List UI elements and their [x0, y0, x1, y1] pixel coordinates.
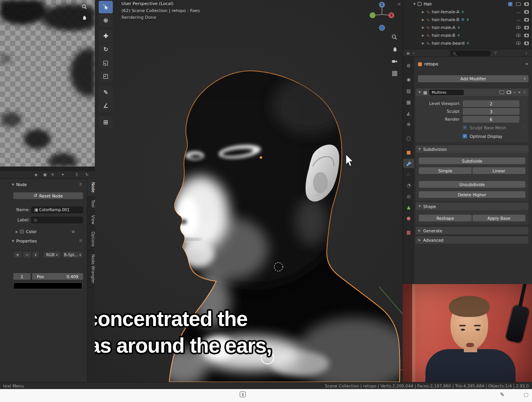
texture-preview-backdrop[interactable]: <: [0, 0, 95, 167]
eye-open-icon[interactable]: [516, 42, 521, 45]
color-mode-dropdown[interactable]: RGB ∨: [43, 251, 61, 258]
search-field[interactable]: [450, 51, 491, 56]
camera-view-button[interactable]: [389, 56, 400, 66]
list-icon[interactable]: ≡: [71, 229, 75, 234]
edit-mode-display-toggle[interactable]: [499, 91, 504, 94]
measure-tool-button[interactable]: ∠: [99, 100, 113, 112]
animate-dot-icon[interactable]: ·: [524, 101, 525, 105]
sidebar-tab-view[interactable]: View: [87, 212, 95, 228]
animate-dot-icon[interactable]: ·: [524, 117, 525, 121]
outliner-row-hair-male-beard[interactable]: ▶ ∿ hair-male-beard ⋔: [403, 39, 532, 47]
gizmo-minus-z-ball[interactable]: [379, 25, 385, 31]
render-visibility-icon[interactable]: [524, 2, 529, 6]
texture-zoom-button[interactable]: [79, 2, 89, 12]
pin-icon[interactable]: ✦: [525, 62, 528, 66]
transform-tool-button[interactable]: ◰: [99, 70, 113, 82]
modifier-name-field[interactable]: Multires: [429, 90, 464, 95]
caret-right-icon[interactable]: ▶: [418, 229, 421, 232]
remove-stop-button[interactable]: −: [23, 251, 31, 258]
panel-drag-dots-icon[interactable]: ⠿: [79, 239, 82, 243]
color-section-header[interactable]: ▶ Color: [16, 229, 37, 234]
filter-icon[interactable]: ▽: [494, 51, 497, 55]
caret-right-icon[interactable]: ▶: [422, 42, 424, 45]
render-level-field[interactable]: 6: [463, 116, 519, 123]
tab-physics-properties[interactable]: ◔: [403, 181, 414, 190]
reset-node-button[interactable]: ↺ Reset Node: [13, 192, 83, 199]
tab-output-properties[interactable]: ▤: [403, 86, 414, 96]
add-stop-button[interactable]: +: [13, 251, 22, 258]
subdivide-linear-button[interactable]: Linear: [472, 167, 525, 174]
move-tool-button[interactable]: ✚: [99, 30, 113, 42]
caret-down-icon[interactable]: ▼: [418, 147, 421, 151]
eye-open-icon[interactable]: [516, 26, 521, 29]
render-visibility-icon[interactable]: [524, 34, 529, 37]
texture-pan-button[interactable]: [79, 13, 89, 23]
navigation-gizmo[interactable]: Z X: [364, 0, 400, 33]
modifier-drag-dots-icon[interactable]: ⠿: [523, 91, 526, 94]
zoom-view-button[interactable]: [389, 32, 400, 42]
level-viewport-field[interactable]: 2: [463, 100, 519, 107]
caret-right-icon[interactable]: ▶: [422, 34, 424, 37]
copy-icon[interactable]: ▣: [43, 172, 47, 177]
select-box-tool-button[interactable]: [99, 1, 113, 13]
sidebar-collapse-arrow[interactable]: <: [397, 2, 401, 7]
outliner-collection-row[interactable]: ▼ Hair ✓: [403, 0, 532, 8]
node-section-header[interactable]: ▼ Node: [12, 182, 27, 187]
outliner-row-hair-male-a[interactable]: ▶ ∿ hair-male-A ⋔: [403, 24, 532, 31]
multires-panel-header[interactable]: ▼ ▦ Multires ∨ ✕ ⠿: [416, 89, 528, 96]
render-visibility-icon[interactable]: [524, 42, 529, 45]
sidebar-tab-node[interactable]: Node: [87, 179, 95, 196]
player-handle-icon[interactable]: [240, 391, 246, 397]
modifier-close-icon[interactable]: ✕: [518, 91, 521, 94]
modifier-extras-chevron-icon[interactable]: ∨: [514, 91, 516, 94]
caret-right-icon[interactable]: ▶: [422, 18, 424, 22]
eye-closed-icon[interactable]: [516, 11, 521, 13]
reshape-button[interactable]: Reshape: [419, 215, 472, 221]
texture-collapse-arrow[interactable]: <: [91, 1, 94, 6]
caret-right-icon[interactable]: ▶: [422, 10, 424, 14]
advanced-header[interactable]: ▶ Advanced: [416, 236, 528, 244]
interpolation-dropdown[interactable]: B-Spl... ∨: [62, 251, 83, 258]
editor-type-chevron-icon[interactable]: ∨: [413, 52, 414, 55]
cursor-tool-button[interactable]: ⊕: [99, 14, 113, 27]
sidebar-tab-node-wrangler[interactable]: Node Wrangler: [87, 251, 95, 288]
add-modifier-dropdown[interactable]: Add Modifier ∨: [418, 75, 528, 82]
animate-dot-icon[interactable]: ·: [524, 134, 525, 138]
eye-open-icon[interactable]: [516, 34, 521, 37]
stop-position-slider[interactable]: Pos 0.409: [32, 273, 83, 280]
properties-section-header[interactable]: ▼ Properties: [12, 239, 37, 243]
tab-scene-properties[interactable]: ◭: [403, 109, 414, 118]
panel-drag-dots-icon[interactable]: ⠿: [79, 182, 82, 187]
tab-tool-properties[interactable]: ⚙: [403, 61, 414, 71]
tab-object-properties[interactable]: ■: [403, 148, 414, 157]
render-visibility-icon[interactable]: [524, 18, 529, 22]
tab-world-properties[interactable]: ⊕: [403, 120, 414, 129]
caret-down-icon[interactable]: ▼: [418, 91, 421, 94]
delete-higher-button[interactable]: Delete Higher: [419, 191, 525, 198]
screen-visibility-icon[interactable]: [516, 2, 521, 6]
unsubdivide-button[interactable]: Unsubdivide: [419, 181, 525, 188]
generate-header[interactable]: ▶ Generate: [416, 227, 528, 234]
editor-type-icon[interactable]: ≡: [406, 51, 410, 56]
sculpt-base-mesh-checkbox[interactable]: ✓: [463, 125, 467, 130]
outliner-row-hair-female-b[interactable]: ▶ ∿ hair-female-B ⚙ ⋔: [403, 16, 532, 24]
caret-down-icon[interactable]: ▼: [413, 2, 416, 6]
tab-modifier-properties[interactable]: [403, 159, 414, 168]
refresh-icon[interactable]: ↻: [85, 172, 89, 177]
arrow-up-icon[interactable]: ↥: [75, 172, 78, 177]
caret-right-icon[interactable]: ▶: [422, 26, 424, 29]
pin-icon[interactable]: ✦: [61, 172, 64, 177]
tab-constraint-properties[interactable]: ◎: [403, 192, 414, 201]
add-cube-tool-button[interactable]: ⊞: [99, 116, 113, 129]
animate-dot-icon[interactable]: ·: [524, 109, 525, 113]
node-label-field[interactable]: [31, 217, 83, 223]
annotate-tool-button[interactable]: ✎: [99, 86, 113, 99]
tab-texture-properties[interactable]: ▩: [403, 228, 414, 237]
apply-base-button[interactable]: Apply Base: [472, 215, 525, 221]
outliner-row-hair-female-a[interactable]: ▶ ∿ hair-female-A ⋔: [403, 8, 532, 16]
ramp-options-dropdown[interactable]: ∨: [32, 251, 39, 258]
tab-material-properties[interactable]: ●: [403, 214, 414, 223]
caret-right-icon[interactable]: ▶: [418, 238, 421, 242]
gizmo-y-axis-ball[interactable]: [370, 13, 376, 18]
tab-object-data-properties[interactable]: ▲: [403, 203, 414, 212]
